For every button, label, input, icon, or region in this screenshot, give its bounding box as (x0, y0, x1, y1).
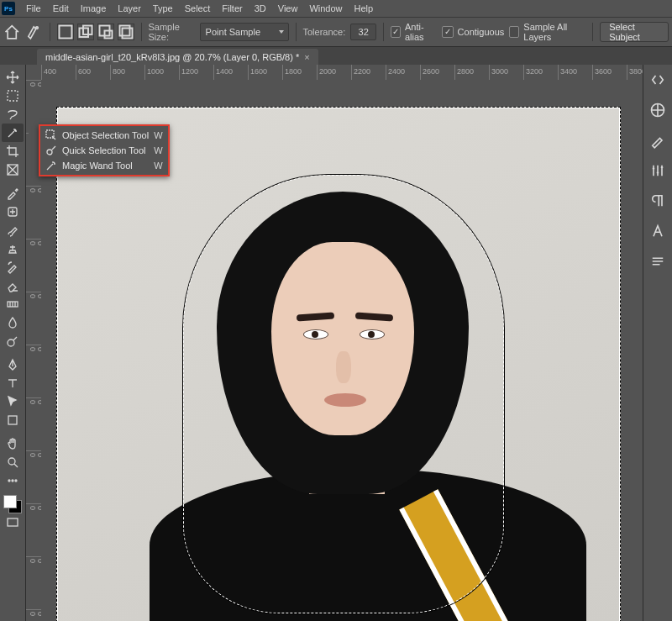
ruler-tick: 3800 (627, 65, 643, 80)
divider (141, 23, 142, 41)
brush-tool[interactable] (2, 221, 24, 239)
flyout-magic-wand[interactable]: Magic Wand Tool W (40, 158, 168, 173)
flyout-label: Object Selection Tool (62, 130, 149, 140)
zoom-tool[interactable] (2, 453, 24, 471)
color-panel-icon[interactable] (649, 102, 666, 118)
svg-point-16 (8, 480, 10, 482)
svg-point-18 (15, 480, 17, 482)
contiguous-checkbox[interactable]: Contiguous (442, 26, 505, 38)
flyout-label: Quick Selection Tool (62, 145, 149, 155)
horizontal-ruler[interactable]: 4006008001000120014001600180020002200240… (41, 65, 643, 81)
tolerance-input[interactable]: 32 (350, 24, 376, 40)
ruler-tick: 2200 (351, 65, 386, 80)
svg-point-13 (8, 339, 14, 346)
marquee-tool[interactable] (2, 87, 24, 105)
color-swatches[interactable] (3, 495, 22, 513)
adjustments-panel-icon[interactable] (649, 162, 666, 179)
magic-wand-icon (45, 160, 57, 171)
divider (383, 23, 384, 41)
menu-layer[interactable]: Layer (112, 2, 147, 15)
document-tab[interactable]: middle-asian-girl_t20_kRv8I3.jpg @ 20.7%… (37, 49, 318, 66)
menu-image[interactable]: Image (75, 2, 113, 15)
ruler-tick: 1 2 0 0 (26, 450, 42, 503)
menu-edit[interactable]: Edit (47, 2, 75, 15)
lasso-tool[interactable] (2, 105, 24, 124)
frame-tool[interactable] (2, 161, 24, 179)
move-tool[interactable] (2, 68, 24, 87)
flyout-quick-selection[interactable]: Quick Selection Tool W (40, 143, 168, 158)
intersect-selection-icon[interactable] (118, 24, 134, 40)
history-brush-tool[interactable] (2, 258, 24, 276)
shape-tool[interactable] (2, 411, 24, 429)
brushes-panel-icon[interactable] (649, 132, 666, 149)
hand-tool[interactable] (2, 434, 24, 453)
document-tab-label: middle-asian-girl_t20_kRv8I3.jpg @ 20.7%… (45, 52, 299, 62)
crop-tool[interactable] (2, 142, 24, 161)
screen-mode-button[interactable] (2, 513, 24, 532)
ruler-corner (26, 65, 42, 81)
svg-point-17 (12, 480, 13, 482)
divider (50, 23, 50, 41)
ruler-tick: 2400 (386, 65, 420, 80)
ruler-tick: 3200 (523, 65, 558, 80)
type-tool[interactable] (2, 374, 24, 392)
ruler-tick: 1 8 0 0 (26, 609, 42, 621)
properties-panel-icon[interactable] (649, 253, 666, 270)
subtract-selection-icon[interactable] (97, 24, 114, 40)
menu-3d[interactable]: 3D (249, 2, 272, 15)
antialias-checkbox[interactable]: Anti-alias (391, 22, 437, 42)
clone-stamp-tool[interactable] (2, 239, 24, 258)
healing-brush-tool[interactable] (2, 203, 24, 221)
document-canvas[interactable] (56, 107, 621, 621)
menu-select[interactable]: Select (179, 2, 217, 15)
eyedropper-tool[interactable] (2, 184, 24, 203)
menu-filter[interactable]: Filter (216, 2, 248, 15)
flyout-object-selection[interactable]: Object Selection Tool W (40, 128, 168, 143)
panel-expand-icon[interactable] (649, 71, 666, 88)
path-selection-tool[interactable] (2, 392, 24, 411)
flyout-shortcut: W (154, 145, 162, 155)
flyout-shortcut: W (154, 130, 162, 140)
character-panel-icon[interactable] (649, 223, 666, 239)
ruler-tick: 1 0 0 0 (26, 397, 42, 450)
menu-type[interactable]: Type (147, 2, 179, 15)
image-content (324, 393, 366, 407)
edit-toolbar-button[interactable] (2, 471, 24, 490)
home-button[interactable] (3, 22, 20, 42)
object-selection-icon (45, 129, 57, 141)
svg-rect-6 (119, 26, 129, 36)
menu-window[interactable]: Window (303, 2, 348, 15)
close-icon[interactable]: × (304, 52, 309, 62)
options-bar: Sample Size: Point Sample Tolerance: 32 … (0, 18, 672, 47)
select-subject-button[interactable]: Select Subject (600, 22, 669, 42)
ruler-tick: 2600 (420, 65, 454, 80)
sample-size-dropdown[interactable]: Point Sample (200, 23, 289, 41)
magic-wand-tool[interactable] (2, 124, 24, 142)
ruler-tick: 800 (110, 65, 144, 80)
menu-view[interactable]: View (272, 2, 304, 15)
svg-rect-5 (104, 31, 112, 39)
ruler-tick: 1 4 0 0 (26, 503, 42, 556)
ruler-tick: 3000 (489, 65, 523, 80)
pen-tool[interactable] (2, 355, 24, 374)
sample-all-checkbox[interactable]: Sample All Layers (509, 22, 585, 42)
gradient-tool[interactable] (2, 295, 24, 313)
add-selection-icon[interactable] (77, 24, 94, 40)
checkbox-icon (509, 26, 519, 38)
dodge-tool[interactable] (2, 332, 24, 350)
foreground-color-swatch[interactable] (3, 495, 17, 508)
ruler-tick: 8 0 0 (26, 345, 42, 397)
menu-bar: Ps File Edit Image Layer Type Select Fil… (0, 0, 672, 18)
menu-file[interactable]: File (20, 2, 47, 15)
paragraph-panel-icon[interactable] (649, 192, 666, 209)
blur-tool[interactable] (2, 313, 24, 332)
new-selection-icon[interactable] (57, 24, 74, 40)
eraser-tool[interactable] (2, 276, 24, 295)
tool-preset-button[interactable] (25, 22, 42, 42)
ruler-tick: 600 (76, 65, 110, 80)
ruler-tick: 1800 (282, 65, 317, 80)
svg-point-15 (8, 458, 15, 465)
menu-help[interactable]: Help (349, 2, 380, 15)
ruler-tick (26, 133, 29, 186)
divider (296, 23, 297, 41)
